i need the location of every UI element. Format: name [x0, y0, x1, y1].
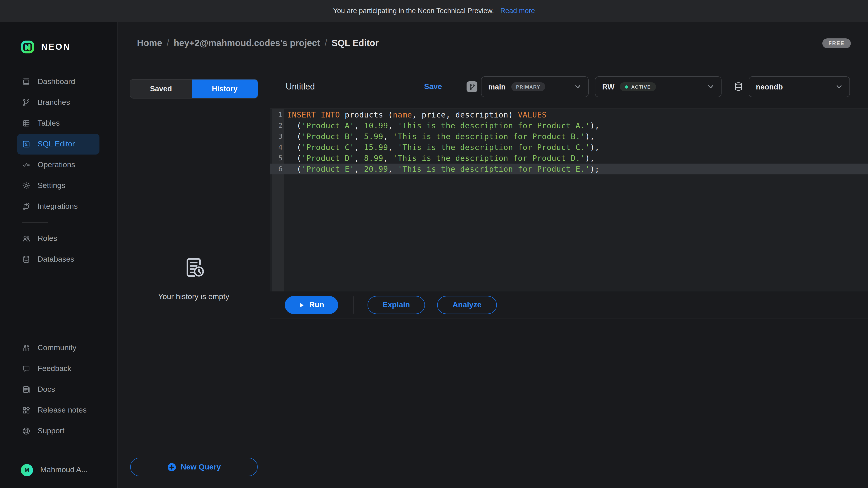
sidebar-item-tables[interactable]: Tables [17, 113, 99, 134]
code-editor[interactable]: 1INSERT INTO products (name, price, desc… [270, 109, 868, 291]
sidebar-item-label: Tables [37, 119, 60, 128]
docs-icon [22, 385, 31, 394]
app-root: You are participating in the Neon Techni… [0, 0, 868, 488]
sidebar-item-docs[interactable]: Docs [17, 379, 99, 400]
sidebar-item-label: Integrations [37, 202, 78, 211]
tab-saved[interactable]: Saved [130, 79, 192, 98]
page-header: Home / hey+2@mahmoud.codes's project / S… [118, 22, 868, 65]
breadcrumb-current: SQL Editor [332, 38, 379, 48]
code-text: INSERT INTO products (name, price, descr… [287, 109, 547, 120]
analyze-button[interactable]: Analyze [437, 296, 497, 314]
sidebar-item-label: Community [37, 344, 76, 352]
code-line-3[interactable]: 3 ('Product B', 5.99, 'This is the descr… [270, 131, 868, 142]
sidebar-item-label: Operations [37, 160, 75, 169]
settings-icon [22, 181, 31, 190]
read-more-link[interactable]: Read more [500, 7, 535, 15]
sidebar-item-label: SQL Editor [37, 140, 75, 149]
code-line-6[interactable]: 6 ('Product E', 20.99, 'This is the desc… [270, 164, 868, 174]
sidebar-nav-secondary: RolesDatabases [0, 228, 117, 270]
breadcrumb: Home / hey+2@mahmoud.codes's project / S… [137, 38, 379, 48]
dashboard-icon [22, 77, 31, 86]
run-button[interactable]: Run [285, 296, 338, 314]
active-status-badge: ACTIVE [620, 82, 656, 91]
line-number: 6 [272, 164, 283, 174]
saved-history-tabs: Saved History [130, 79, 258, 98]
sidebar-item-settings[interactable]: Settings [17, 175, 99, 196]
support-icon [22, 427, 31, 435]
results-area [270, 319, 868, 488]
sidebar-item-feedback[interactable]: Feedback [17, 358, 99, 379]
code-line-2[interactable]: 2 ('Product A', 10.99, 'This is the desc… [270, 120, 868, 131]
new-query-button[interactable]: New Query [130, 458, 258, 476]
code-text: ('Product D', 8.99, 'This is the descrip… [287, 153, 595, 164]
branches-icon [22, 98, 31, 107]
breadcrumb-home[interactable]: Home [137, 38, 162, 48]
chevron-down-icon [707, 83, 714, 90]
breadcrumb-separator: / [166, 38, 169, 48]
breadcrumb-separator: / [324, 38, 327, 48]
database-selector[interactable]: neondb [749, 76, 850, 97]
sidebar-item-label: Roles [37, 234, 57, 243]
code-text: ('Product A', 10.99, 'This is the descri… [287, 120, 600, 131]
sidebar-item-operations[interactable]: Operations [17, 155, 99, 175]
integrations-icon [22, 202, 31, 211]
roles-icon [22, 234, 31, 243]
user-name: Mahmoud A... [40, 465, 88, 475]
code-line-5[interactable]: 5 ('Product D', 8.99, 'This is the descr… [270, 153, 868, 164]
brand-wordmark: NEON [41, 42, 71, 52]
tab-history[interactable]: History [192, 79, 258, 98]
save-button[interactable]: Save [424, 82, 442, 91]
sidebar-item-label: Feedback [37, 364, 71, 373]
sql-editor-pane: Untitled Save main PRIMARY [270, 65, 868, 488]
plan-badge: FREE [822, 38, 851, 48]
compute-selector[interactable]: RW ACTIVE [595, 76, 721, 97]
history-document-clock-icon [181, 254, 207, 281]
technical-preview-banner: You are participating in the Neon Techni… [0, 0, 868, 22]
sidebar-item-roles[interactable]: Roles [17, 228, 99, 249]
panel-bottom: New Query [118, 444, 270, 488]
sidebar-item-community[interactable]: Community [17, 337, 99, 358]
shell: NEON DashboardBranchesTablesSQL EditorOp… [0, 22, 868, 488]
code-line-4[interactable]: 4 ('Product C', 15.99, 'This is the desc… [270, 142, 868, 153]
databases-icon [22, 255, 31, 264]
branch-selector[interactable]: main PRIMARY [481, 76, 589, 97]
sidebar-item-label: Support [37, 427, 64, 435]
sidebar-item-release-notes[interactable]: Release notes [17, 400, 99, 421]
editor-topbar: Untitled Save main PRIMARY [270, 65, 868, 109]
breadcrumb-project[interactable]: hey+2@mahmoud.codes's project [174, 38, 320, 48]
history-empty-state: Your history is empty [118, 254, 270, 301]
sidebar-item-databases[interactable]: Databases [17, 249, 99, 270]
user-menu[interactable]: M Mahmoud A... [21, 460, 117, 480]
sidebar-item-integrations[interactable]: Integrations [17, 196, 99, 217]
sidebar: NEON DashboardBranchesTablesSQL EditorOp… [0, 22, 118, 488]
sidebar-item-branches[interactable]: Branches [17, 92, 99, 113]
line-number: 4 [272, 142, 283, 153]
logo-row[interactable]: NEON [21, 40, 117, 54]
sidebar-item-dashboard[interactable]: Dashboard [17, 71, 99, 92]
sidebar-nav-primary: DashboardBranchesTablesSQL EditorOperati… [0, 71, 117, 217]
explain-button[interactable]: Explain [368, 296, 425, 314]
sidebar-item-label: Release notes [37, 406, 87, 415]
branch-chip-icon[interactable] [467, 81, 477, 92]
chevron-down-icon [574, 83, 581, 90]
content: Saved History Your history is [118, 65, 868, 488]
line-number: 5 [272, 153, 283, 164]
sql-editor-icon [22, 140, 31, 149]
sidebar-divider [22, 222, 48, 223]
queries-panel: Saved History Your history is [118, 65, 270, 488]
main-area: Home / hey+2@mahmoud.codes's project / S… [118, 22, 868, 488]
sidebar-item-label: Databases [37, 255, 74, 264]
query-title[interactable]: Untitled [286, 82, 315, 92]
tables-icon [22, 119, 31, 128]
sidebar-item-support[interactable]: Support [17, 421, 99, 442]
sidebar-item-label: Branches [37, 98, 70, 107]
banner-message: You are participating in the Neon Techni… [333, 7, 494, 15]
sidebar-item-sql-editor[interactable]: SQL Editor [17, 134, 99, 155]
code-text: ('Product E', 20.99, 'This is the descri… [287, 164, 600, 174]
database-icon [733, 81, 744, 92]
sidebar-item-label: Settings [37, 181, 65, 190]
code-text: ('Product B', 5.99, 'This is the descrip… [287, 131, 595, 142]
line-number: 3 [272, 131, 283, 142]
sidebar-item-label: Dashboard [37, 77, 75, 86]
code-line-1[interactable]: 1INSERT INTO products (name, price, desc… [270, 109, 868, 120]
